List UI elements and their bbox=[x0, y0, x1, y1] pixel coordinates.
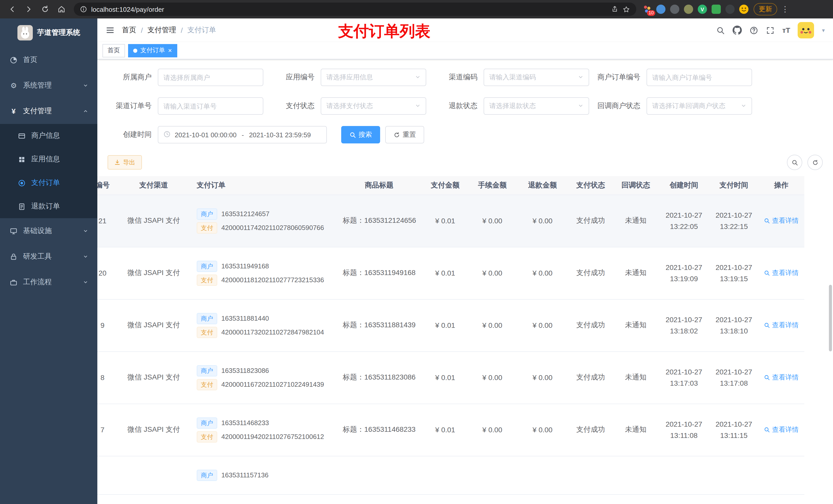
order-id: 20 bbox=[97, 247, 118, 299]
merchant-input-field[interactable] bbox=[163, 73, 258, 81]
view-detail-link[interactable]: 查看详情 bbox=[764, 373, 799, 382]
extension-icon-drop[interactable] bbox=[656, 5, 665, 14]
help-icon[interactable] bbox=[749, 26, 758, 34]
app-no-select[interactable]: 请选择应用信息 bbox=[321, 69, 426, 86]
monitor-icon bbox=[9, 227, 18, 235]
site-info-icon[interactable] bbox=[80, 6, 87, 13]
chrome-update-button[interactable]: 更新 bbox=[754, 3, 777, 15]
address-bar[interactable]: localhost:1024/pay/order bbox=[74, 3, 636, 16]
refresh-table-button[interactable] bbox=[807, 155, 823, 170]
github-icon[interactable] bbox=[733, 26, 742, 35]
table-row[interactable]: 7 微信 JSAPI 支付 商户1635311468233 支付42000011… bbox=[97, 404, 804, 456]
browser-menu-icon[interactable]: ⋮ bbox=[781, 5, 789, 14]
url-text[interactable]: localhost:1024/pay/order bbox=[91, 5, 607, 13]
sidebar: 芋道管理系统 首页 ⚙ 系统管理 ¥ 支付管理 bbox=[0, 19, 97, 504]
goods-title: 标题：1635311468233 bbox=[336, 404, 423, 456]
font-size-icon[interactable]: тT bbox=[782, 26, 790, 34]
pay-tag: 支付 bbox=[197, 222, 217, 233]
pay-status: 支付成功 bbox=[568, 351, 613, 404]
pay-order-cell: 商户1635311468233 支付4200001194202110276752… bbox=[190, 404, 336, 456]
sidebar-item-refund-order[interactable]: 退款订单 bbox=[0, 195, 97, 218]
sidebar-item-app-info[interactable]: 应用信息 bbox=[0, 147, 97, 171]
pay-channel: 微信 JSAPI 支付 bbox=[118, 351, 190, 404]
breadcrumb-section[interactable]: 支付管理 bbox=[147, 26, 176, 35]
create-time-range-picker[interactable]: 2021-10-01 00:00:00 - 2021-10-31 23:59:5… bbox=[158, 126, 327, 143]
sidebar-item-merchant-info[interactable]: 商户信息 bbox=[0, 124, 97, 147]
col-order: 支付订单 bbox=[190, 176, 336, 195]
tab-home[interactable]: 首页 bbox=[102, 44, 125, 57]
scrollbar-thumb[interactable] bbox=[829, 285, 832, 351]
table-row[interactable]: 8 微信 JSAPI 支付 商户1635311823086 支付42000011… bbox=[97, 351, 804, 404]
table-row[interactable]: 21 微信 JSAPI 支付 商户1635312124657 支付4200001… bbox=[97, 195, 804, 247]
page-annotation: 支付订单列表 bbox=[338, 21, 430, 42]
pay-tag: 支付 bbox=[197, 431, 217, 442]
notify-status-select[interactable]: 请选择订单回调商户状态 bbox=[646, 97, 752, 115]
sidebar-logo[interactable]: 芋道管理系统 bbox=[0, 19, 97, 47]
page-content: 所属商户 应用编号 请选择应用信息 bbox=[97, 59, 833, 504]
chevron-down-icon bbox=[415, 73, 421, 82]
chevron-down-icon bbox=[741, 101, 746, 111]
merchant-input[interactable] bbox=[158, 69, 263, 86]
channel-code-select[interactable]: 请输入渠道编码 bbox=[484, 69, 589, 86]
extension-icon-pin[interactable] bbox=[725, 5, 735, 14]
extension-icon-gray1[interactable] bbox=[670, 5, 679, 14]
app-title: 芋道管理系统 bbox=[37, 28, 80, 38]
reload-icon[interactable] bbox=[39, 3, 52, 16]
merchant-tag: 商户 bbox=[197, 365, 217, 376]
search-button[interactable]: 搜索 bbox=[341, 126, 380, 143]
paid-time: 2021-10-2713:17:08 bbox=[710, 351, 758, 404]
sidebar-item-system[interactable]: ⚙ 系统管理 bbox=[0, 73, 97, 98]
table-row-partial[interactable]: 商户1635311157136 bbox=[97, 456, 804, 494]
extension-icon-green-circle[interactable]: V bbox=[698, 5, 707, 14]
filter-label: 创建时间 bbox=[108, 130, 158, 139]
sidebar-collapse-icon[interactable] bbox=[105, 26, 115, 35]
order-id: 8 bbox=[97, 351, 118, 404]
tab-pay-order[interactable]: 支付订单 × bbox=[128, 44, 177, 57]
export-button-label: 导出 bbox=[123, 158, 135, 167]
table-row[interactable]: 9 微信 JSAPI 支付 商户1635311881440 支付42000011… bbox=[97, 299, 804, 351]
merchant-order-no-input[interactable] bbox=[646, 69, 752, 86]
share-icon[interactable] bbox=[611, 6, 618, 13]
sidebar-item-workflow[interactable]: 工作流程 bbox=[0, 269, 97, 295]
extension-icon-gray2[interactable] bbox=[684, 5, 693, 14]
filter-refund-status: 退款状态 请选择退款状态 bbox=[433, 97, 589, 115]
extension-icon-colordots[interactable]: 10 bbox=[642, 5, 652, 14]
channel-order-no-field[interactable] bbox=[163, 102, 258, 110]
close-icon[interactable]: × bbox=[168, 47, 172, 54]
reset-button[interactable]: 重置 bbox=[385, 126, 424, 143]
sidebar-item-label: 系统管理 bbox=[23, 81, 52, 90]
reset-button-label: 重置 bbox=[403, 130, 416, 139]
view-detail-link[interactable]: 查看详情 bbox=[764, 268, 799, 278]
merchant-order-no-field[interactable] bbox=[652, 73, 746, 81]
search-icon[interactable] bbox=[716, 26, 725, 34]
home-icon[interactable] bbox=[55, 3, 68, 16]
sidebar-item-devtools[interactable]: 研发工具 bbox=[0, 244, 97, 269]
back-icon[interactable] bbox=[6, 3, 19, 16]
chevron-down-icon bbox=[83, 278, 88, 286]
table-row[interactable]: 20 微信 JSAPI 支付 商户1635311949168 支付4200001… bbox=[97, 247, 804, 299]
export-button[interactable]: 导出 bbox=[108, 155, 142, 170]
action-cell: 查看详情 bbox=[758, 351, 804, 404]
merchant-order-no: 1635311468233 bbox=[221, 419, 269, 427]
pay-status-select[interactable]: 请选择支付状态 bbox=[321, 97, 426, 115]
avatar-caret-icon[interactable]: ▾ bbox=[822, 27, 825, 33]
fullscreen-icon[interactable] bbox=[766, 26, 775, 34]
sidebar-item-pay-order[interactable]: 支付订单 bbox=[0, 171, 97, 195]
forward-icon[interactable] bbox=[22, 3, 35, 16]
breadcrumb-home[interactable]: 首页 bbox=[122, 26, 136, 35]
sidebar-item-payment[interactable]: ¥ 支付管理 bbox=[0, 98, 97, 124]
channel-order-no-input[interactable] bbox=[158, 97, 263, 115]
view-detail-link[interactable]: 查看详情 bbox=[764, 425, 799, 434]
chevron-down-icon bbox=[83, 81, 88, 90]
view-detail-link[interactable]: 查看详情 bbox=[764, 321, 799, 330]
view-detail-link[interactable]: 查看详情 bbox=[764, 216, 799, 225]
bookmark-star-icon[interactable] bbox=[622, 5, 630, 13]
sidebar-item-infra[interactable]: 基础设施 bbox=[0, 218, 97, 244]
select-placeholder: 请输入渠道编码 bbox=[489, 73, 536, 82]
refund-status-select[interactable]: 请选择退款状态 bbox=[484, 97, 589, 115]
sidebar-item-home[interactable]: 首页 bbox=[0, 47, 97, 73]
extension-icon-green-square[interactable] bbox=[712, 5, 721, 14]
toggle-search-button[interactable] bbox=[787, 155, 802, 170]
avatar[interactable] bbox=[798, 22, 814, 39]
extension-icon-emoji[interactable] bbox=[739, 5, 748, 14]
